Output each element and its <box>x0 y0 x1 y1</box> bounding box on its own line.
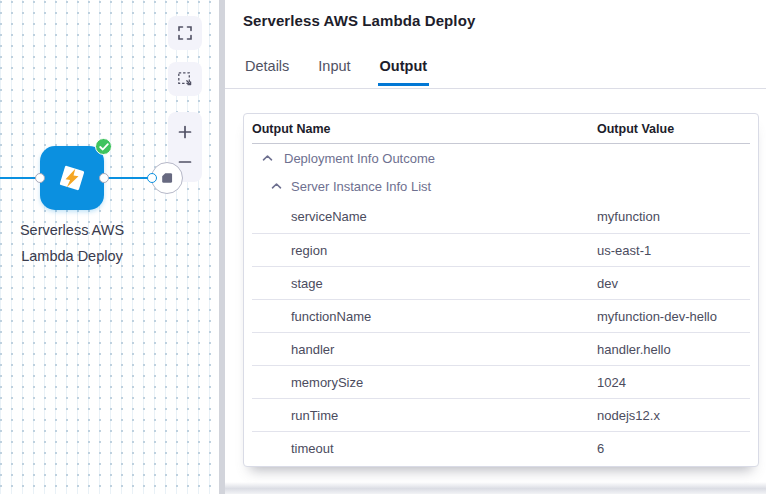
group-row-server-instance-info-list[interactable]: Server Instance Info List <box>252 172 750 200</box>
page-title: Serverless AWS Lambda Deploy <box>243 12 475 29</box>
success-check-icon <box>95 138 112 155</box>
document-icon <box>160 171 174 185</box>
chevron-up-icon <box>271 182 282 190</box>
node-serverless-aws-lambda-deploy[interactable] <box>40 146 104 210</box>
app-window: Serverless AWS Lambda Deploy <box>0 0 766 494</box>
aws-lambda-bolt-icon <box>53 159 91 197</box>
group-label: Server Instance Info List <box>291 179 431 194</box>
edge-incoming <box>0 177 40 179</box>
chevron-up-icon <box>262 154 273 162</box>
output-name: stage <box>252 276 597 291</box>
table-row: functionName myfunction-dev-hello <box>252 299 750 332</box>
table-row: memorySize 1024 <box>252 365 750 398</box>
output-name: region <box>252 243 597 258</box>
node-port-in[interactable] <box>35 173 45 183</box>
output-value: myfunction <box>597 209 750 224</box>
table-row: serviceName myfunction <box>252 200 750 233</box>
node-label: Serverless AWS Lambda Deploy <box>2 217 142 269</box>
table-header: Output Name Output Value <box>252 114 750 144</box>
table-row: region us-east-1 <box>252 233 750 266</box>
marquee-select-button[interactable] <box>168 62 202 96</box>
tabs-divider <box>225 88 766 89</box>
pipeline-canvas[interactable]: Serverless AWS Lambda Deploy <box>0 0 219 494</box>
output-value: us-east-1 <box>597 243 750 258</box>
zoom-in-icon <box>177 124 193 140</box>
output-value: handler.hello <box>597 342 750 357</box>
table-row: handler handler.hello <box>252 332 750 365</box>
group-label: Deployment Info Outcome <box>284 151 435 166</box>
fullscreen-icon <box>177 25 193 41</box>
fullscreen-button[interactable] <box>168 16 202 50</box>
output-value: 1024 <box>597 375 750 390</box>
edge-link-port[interactable] <box>147 173 157 183</box>
tab-input[interactable]: Input <box>316 56 352 86</box>
output-name: handler <box>252 342 597 357</box>
tab-bar: Details Input Output <box>243 56 429 86</box>
output-value: nodejs12.x <box>597 408 750 423</box>
step-detail-panel: Serverless AWS Lambda Deploy Details Inp… <box>225 0 766 494</box>
output-name: runTime <box>252 408 597 423</box>
column-header-output-value: Output Value <box>597 122 750 136</box>
output-value: 6 <box>597 441 750 456</box>
node-port-out[interactable] <box>99 173 109 183</box>
output-name: functionName <box>252 309 597 324</box>
table-row: timeout 6 <box>252 431 750 464</box>
column-header-output-name: Output Name <box>252 122 597 136</box>
output-name: timeout <box>252 441 597 456</box>
output-value: dev <box>597 276 750 291</box>
group-row-deployment-info-outcome[interactable]: Deployment Info Outcome <box>252 144 750 172</box>
tab-details[interactable]: Details <box>243 56 291 86</box>
tab-output[interactable]: Output <box>378 56 430 86</box>
table-row: stage dev <box>252 266 750 299</box>
edge-outgoing <box>104 177 152 179</box>
outputs-table-card: Output Name Output Value Deployment Info… <box>243 113 759 467</box>
marquee-select-icon <box>177 71 193 87</box>
output-name: memorySize <box>252 375 597 390</box>
panel-bottom-shadow <box>225 482 766 494</box>
zoom-in-button[interactable] <box>168 118 202 146</box>
output-name: serviceName <box>252 209 597 224</box>
table-row: runTime nodejs12.x <box>252 398 750 431</box>
output-value: myfunction-dev-hello <box>597 309 750 324</box>
